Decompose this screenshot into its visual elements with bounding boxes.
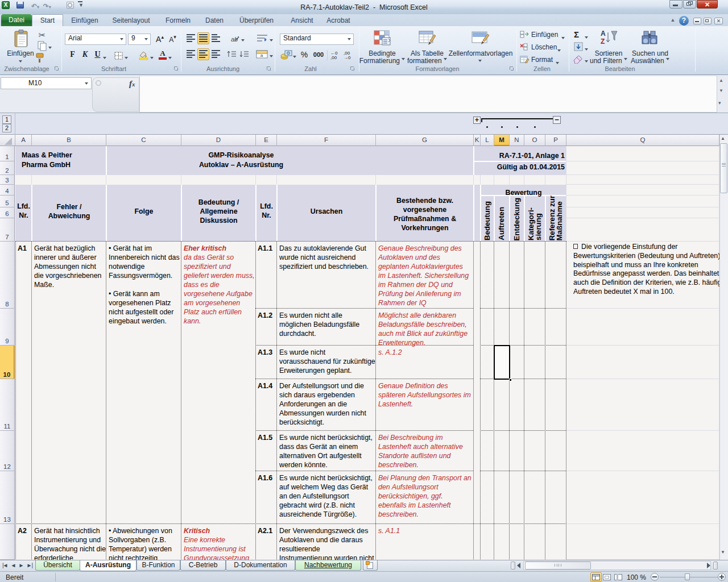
svg-text:Z: Z [601, 38, 605, 45]
svg-text:→0: →0 [344, 55, 351, 60]
svg-text:,00: ,00 [330, 55, 337, 60]
svg-text:✂: ✂ [39, 30, 46, 40]
svg-text:a: a [260, 53, 263, 58]
svg-text:A: A [601, 30, 606, 38]
